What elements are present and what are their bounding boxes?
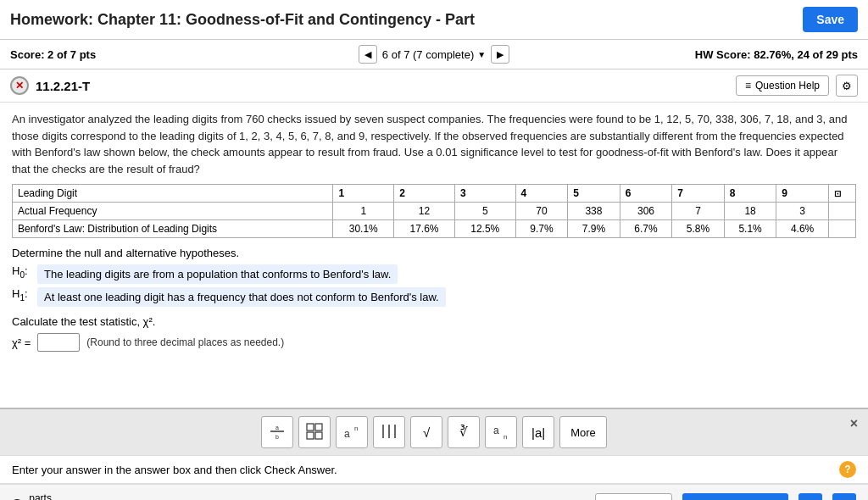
abs-button[interactable]: |a| bbox=[522, 416, 554, 448]
help-button[interactable]: ? bbox=[839, 461, 856, 478]
nav-dropdown-icon: ▼ bbox=[477, 50, 486, 59]
answer-bar: Enter your answer in the answer box and … bbox=[0, 455, 868, 484]
table-cell: 5 bbox=[454, 203, 515, 220]
footer-next-button[interactable]: ▶ bbox=[832, 493, 856, 500]
hypotheses-section: Determine the null and alternative hypot… bbox=[12, 247, 856, 307]
h1-text: At least one leading digit has a frequen… bbox=[37, 287, 446, 307]
problem-status-icon: ✕ ✓ bbox=[10, 76, 29, 95]
matrix-icon bbox=[305, 422, 324, 443]
table-cell: 1 bbox=[333, 203, 394, 220]
table-row: Actual Frequency1125703383067183 bbox=[13, 203, 856, 220]
table-cell: 3 bbox=[776, 203, 829, 220]
table-cell: 338 bbox=[568, 203, 620, 220]
table-cell: 4.6% bbox=[776, 220, 829, 238]
table-cell: 12 bbox=[394, 203, 455, 220]
table-row-label: Benford's Law: Distribution of Leading D… bbox=[13, 220, 333, 238]
cbrt-button[interactable]: ∛ bbox=[448, 416, 480, 448]
table-row-label: Actual Frequency bbox=[13, 203, 333, 220]
math-toolbar: ab an √ ∛ an |a| More × bbox=[0, 408, 868, 455]
column-button[interactable] bbox=[373, 416, 405, 448]
table-header-5: 5 bbox=[568, 185, 620, 203]
table-header-4: 4 bbox=[515, 185, 568, 203]
score-text: Score: 2 of 7 pts bbox=[10, 48, 359, 61]
column-icon bbox=[380, 422, 398, 443]
table-cell: 5.8% bbox=[672, 220, 725, 238]
table-cell: 306 bbox=[620, 203, 672, 220]
fraction-icon: ab bbox=[269, 422, 286, 443]
table-header-8: 8 bbox=[724, 185, 776, 203]
more-button[interactable]: More bbox=[559, 416, 607, 448]
h0-row: H0: The leading digits are from a popula… bbox=[12, 264, 856, 284]
table-header-6: 6 bbox=[620, 185, 672, 203]
h0-label: H0: bbox=[12, 264, 37, 280]
footer-prev-button[interactable]: ◀ bbox=[798, 493, 822, 500]
table-header-9: 9 bbox=[776, 185, 829, 203]
problem-bar: ✕ ✓ 11.2.21-T ≡ Question Help ⚙ bbox=[0, 69, 868, 103]
table-header-7: 7 bbox=[672, 185, 725, 203]
header: Homework: Chapter 11: Goodness-of-Fit an… bbox=[0, 0, 868, 40]
chi-input[interactable] bbox=[37, 333, 80, 352]
svg-text:b: b bbox=[275, 434, 279, 440]
data-table: Leading Digit 123456789⊡ Actual Frequenc… bbox=[12, 184, 856, 238]
x-mark-icon: ✕ bbox=[15, 80, 24, 92]
svg-rect-4 bbox=[315, 424, 322, 431]
main-content: An investigator analyzed the leading dig… bbox=[0, 103, 868, 408]
table-header-3: 3 bbox=[454, 185, 515, 203]
page-title: Homework: Chapter 11: Goodness-of-Fit an… bbox=[10, 11, 803, 29]
chi-section: Calculate the test statistic, χ². χ² = (… bbox=[12, 315, 856, 352]
svg-rect-3 bbox=[307, 424, 314, 431]
chi-row: χ² = (Round to three decimal places as n… bbox=[12, 333, 856, 352]
nav-center: ◀ 6 of 7 (7 complete) ▼ ▶ bbox=[359, 45, 509, 64]
subscript-button[interactable]: an bbox=[485, 416, 517, 448]
check-answer-button[interactable]: Check Answer bbox=[682, 493, 788, 500]
hypotheses-instruction: Determine the null and alternative hypot… bbox=[12, 247, 856, 259]
table-cell: 6.7% bbox=[620, 220, 672, 238]
question-help-button[interactable]: ≡ Question Help bbox=[736, 75, 829, 96]
save-button[interactable]: Save bbox=[803, 7, 858, 32]
problem-id: ✕ ✓ 11.2.21-T bbox=[10, 76, 736, 95]
close-toolbar-button[interactable]: × bbox=[850, 416, 858, 431]
table-cell: 7.9% bbox=[568, 220, 620, 238]
table-cell: 7 bbox=[672, 203, 725, 220]
problem-description: An investigator analyzed the leading dig… bbox=[12, 111, 856, 177]
chi-note: (Round to three decimal places as needed… bbox=[86, 336, 284, 348]
list-icon: ≡ bbox=[745, 80, 751, 92]
table-header-label: Leading Digit bbox=[13, 185, 333, 203]
svg-rect-6 bbox=[315, 432, 322, 439]
clear-all-button[interactable]: Clear All bbox=[595, 493, 671, 500]
footer: 2 parts remaining Clear All Check Answer… bbox=[0, 484, 868, 500]
h0-text: The leading digits are from a population… bbox=[37, 264, 398, 284]
cbrt-icon: ∛ bbox=[459, 425, 468, 440]
table-cell: 17.6% bbox=[394, 220, 455, 238]
table-cell: 70 bbox=[515, 203, 568, 220]
parts-label: parts bbox=[29, 492, 74, 500]
table-cell: 5.1% bbox=[724, 220, 776, 238]
question-nav-text[interactable]: 6 of 7 (7 complete) ▼ bbox=[382, 48, 486, 61]
svg-text:n: n bbox=[504, 433, 507, 441]
prev-question-button[interactable]: ◀ bbox=[359, 45, 377, 64]
svg-text:a: a bbox=[493, 425, 499, 436]
sqrt-button[interactable]: √ bbox=[410, 416, 442, 448]
h1-label: H1: bbox=[12, 287, 37, 303]
sqrt-icon: √ bbox=[423, 425, 430, 440]
settings-button[interactable]: ⚙ bbox=[836, 75, 858, 97]
next-question-button[interactable]: ▶ bbox=[491, 45, 509, 64]
chi-label: Calculate the test statistic, χ². bbox=[12, 315, 856, 328]
answer-instruction: Enter your answer in the answer box and … bbox=[12, 464, 839, 476]
fraction-button[interactable]: ab bbox=[261, 416, 293, 448]
table-header-2: 2 bbox=[394, 185, 455, 203]
score-bar: Score: 2 of 7 pts ◀ 6 of 7 (7 complete) … bbox=[0, 40, 868, 69]
hw-score-text: HW Score: 82.76%, 24 of 29 pts bbox=[509, 48, 858, 61]
parts-remaining-number: 2 bbox=[12, 495, 22, 500]
svg-text:a: a bbox=[344, 428, 350, 440]
table-cell: 9.7% bbox=[515, 220, 568, 238]
table-cell: 12.5% bbox=[454, 220, 515, 238]
superscript-icon: an bbox=[342, 422, 361, 443]
table-cell: 18 bbox=[724, 203, 776, 220]
table-header-1: 1 bbox=[333, 185, 394, 203]
superscript-button[interactable]: an bbox=[336, 416, 368, 448]
table-expand-icon[interactable]: ⊡ bbox=[834, 189, 841, 198]
svg-text:n: n bbox=[354, 425, 358, 432]
matrix-button[interactable] bbox=[298, 416, 331, 448]
chi-symbol: χ² = bbox=[12, 336, 31, 349]
